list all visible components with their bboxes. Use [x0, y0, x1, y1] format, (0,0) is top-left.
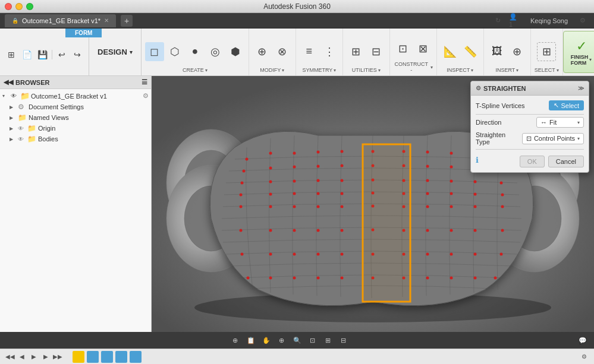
create-cylinder-icon[interactable]: ⬡ [165, 42, 184, 61]
viewport-tool5[interactable]: 🔍 [291, 334, 304, 347]
svg-point-52 [474, 193, 477, 196]
cancel-button[interactable]: Cancel [548, 156, 584, 167]
svg-point-13 [317, 151, 320, 154]
create-sphere-icon[interactable]: ● [186, 42, 205, 61]
bodies-eye-icon[interactable]: 👁 [18, 136, 26, 143]
viewport-tool2[interactable]: 📋 [244, 334, 257, 347]
direction-dropdown[interactable]: ↔ Fit ▾ [536, 117, 584, 128]
direction-dd-arrow-icon: ▾ [577, 120, 580, 125]
viewport-tool3[interactable]: ✋ [260, 334, 273, 347]
viewport-tool8[interactable]: ⊟ [337, 334, 350, 347]
root-settings-icon[interactable]: ⚙ [143, 92, 149, 100]
viewport-tool4[interactable]: ⊕ [275, 334, 288, 347]
construct-icon2[interactable]: ⊠ [414, 39, 433, 58]
svg-point-45 [293, 192, 296, 195]
form-tab-label[interactable]: FORM [65, 29, 102, 37]
settings-gear-icon[interactable]: ⚙ [576, 15, 589, 27]
svg-point-73 [450, 229, 453, 232]
insert-icon1[interactable]: 🖼 [488, 42, 507, 61]
browser-collapse-icon[interactable]: ◀◀ [4, 78, 13, 86]
select-icon[interactable]: ⊞ [537, 42, 556, 61]
origin-eye-icon[interactable]: 👁 [18, 125, 26, 132]
nav-next-next-button[interactable]: ▶▶ [52, 352, 63, 362]
timeline-nav: ◀◀ ◀ ▶ ▶ ▶▶ [5, 352, 63, 362]
tab-add-button[interactable]: + [121, 15, 133, 27]
browser-options-icon[interactable]: ☰ [142, 78, 147, 86]
svg-point-66 [269, 229, 272, 232]
viewport-tool1[interactable]: ⊕ [229, 334, 242, 347]
svg-point-24 [317, 165, 320, 168]
inspect-icon1[interactable]: 📐 [441, 42, 460, 61]
select-button[interactable]: ↖ Select [549, 100, 584, 110]
browser-panel: ◀◀ BROWSER ☰ ▾ 👁 📁 Outcome1_GE Bracket v… [0, 76, 152, 332]
finish-form-dropdown-icon: ▾ [589, 57, 592, 62]
root-arrow-icon: ▾ [2, 93, 10, 99]
maximize-button[interactable] [26, 3, 33, 10]
timeline-item-5[interactable] [130, 351, 142, 363]
symmetry-icon1[interactable]: ≡ [300, 42, 319, 61]
straighten-type-row: Straighten Type ⊡ Control Points ▾ [476, 131, 584, 145]
viewport[interactable]: TOP FRONT ⚙ STRAIGHTEN ≫ T-Spline Vertic… [152, 76, 594, 332]
bodies-arrow-icon: ▶ [10, 137, 17, 142]
root-eye-icon[interactable]: 👁 [11, 93, 19, 99]
create-box-icon[interactable]: ◻ [145, 42, 164, 61]
nav-prev-prev-button[interactable]: ◀◀ [5, 352, 15, 362]
svg-point-84 [450, 253, 453, 256]
nav-play-button[interactable]: ▶ [29, 352, 39, 362]
inspect-group: 📐 📏 INSPECT ▾ [437, 29, 484, 75]
timeline-item-1[interactable] [73, 351, 84, 363]
svg-point-72 [426, 229, 429, 232]
timeline-item-3[interactable] [101, 351, 113, 363]
svg-point-29 [450, 166, 453, 169]
straighten-header[interactable]: ⚙ STRAIGHTEN ≫ [471, 81, 589, 96]
minimize-button[interactable] [15, 3, 23, 10]
create-extra-icon[interactable]: ⬢ [226, 42, 245, 61]
symmetry-icon2[interactable]: ⋮ [320, 42, 339, 61]
apps-icon[interactable]: ⊞ [4, 47, 19, 62]
inspect-icon2[interactable]: 📏 [461, 42, 480, 61]
close-button[interactable] [5, 3, 12, 10]
svg-point-11 [269, 152, 272, 155]
panel-expand-icon[interactable]: ≫ [578, 85, 584, 91]
undo-icon[interactable]: ↩ [54, 47, 70, 62]
utilities-icon1[interactable]: ⊞ [347, 42, 366, 61]
new-file-icon[interactable]: 📄 [19, 47, 34, 62]
modify-icon1[interactable]: ⊕ [253, 42, 272, 61]
nav-refresh-btn[interactable]: ↻ [491, 15, 504, 27]
redo-icon[interactable]: ↪ [70, 47, 85, 62]
straighten-type-dropdown[interactable]: ⊡ Control Points ▾ [522, 133, 584, 144]
browser-item-bodies[interactable]: ▶ 👁 📁 Bodies [0, 134, 151, 144]
viewport-chat-icon[interactable]: 💬 [576, 334, 589, 347]
select-label: SELECT [535, 67, 555, 73]
tab-close-icon[interactable]: ✕ [104, 17, 109, 24]
browser-item-origin[interactable]: ▶ 👁 📁 Origin [0, 123, 151, 134]
finish-form-button[interactable]: ✓ FINISH FORM ▾ [563, 31, 594, 73]
browser-item-root[interactable]: ▾ 👁 📁 Outcome1_GE Bracket v1 ⚙ [0, 90, 151, 102]
insert-icon2[interactable]: ⊕ [508, 42, 527, 61]
construct-icon1[interactable]: ⊡ [394, 39, 413, 58]
timeline-item-4[interactable] [115, 351, 127, 363]
user-btn[interactable]: 👤 1 [509, 15, 522, 27]
t-spline-row: T-Spline Vertices ↖ Select [476, 100, 584, 110]
svg-point-88 [269, 277, 272, 280]
browser-item-named-views[interactable]: ▶ 📁 Named Views [0, 112, 151, 123]
finish-form-label: FINISH FORM [571, 54, 589, 66]
nav-next-button[interactable]: ▶ [40, 352, 51, 362]
svg-point-51 [450, 192, 453, 195]
browser-item-doc-settings[interactable]: ▶ ⚙ Document Settings [0, 102, 151, 112]
modify-label: MODIFY [260, 67, 281, 73]
viewport-tool6[interactable]: ⊡ [306, 334, 319, 347]
nav-prev-button[interactable]: ◀ [17, 352, 27, 362]
straighten-body: T-Spline Vertices ↖ Select Direction ↔ F… [471, 96, 589, 172]
svg-point-21 [243, 170, 246, 173]
timeline-settings-icon[interactable]: ⚙ [579, 352, 589, 362]
active-tab[interactable]: 🔒 Outcome1_GE Bracket v1* ✕ [5, 14, 116, 27]
create-torus-icon[interactable]: ◎ [206, 42, 225, 61]
svg-point-87 [247, 277, 250, 280]
modify-icon2[interactable]: ⊗ [273, 42, 292, 61]
viewport-tool7[interactable]: ⊞ [322, 334, 335, 347]
utilities-icon2[interactable]: ⊟ [367, 42, 386, 61]
save-icon[interactable]: 💾 [34, 47, 50, 62]
timeline-item-2[interactable] [87, 351, 99, 363]
ok-button[interactable]: OK [520, 156, 545, 167]
